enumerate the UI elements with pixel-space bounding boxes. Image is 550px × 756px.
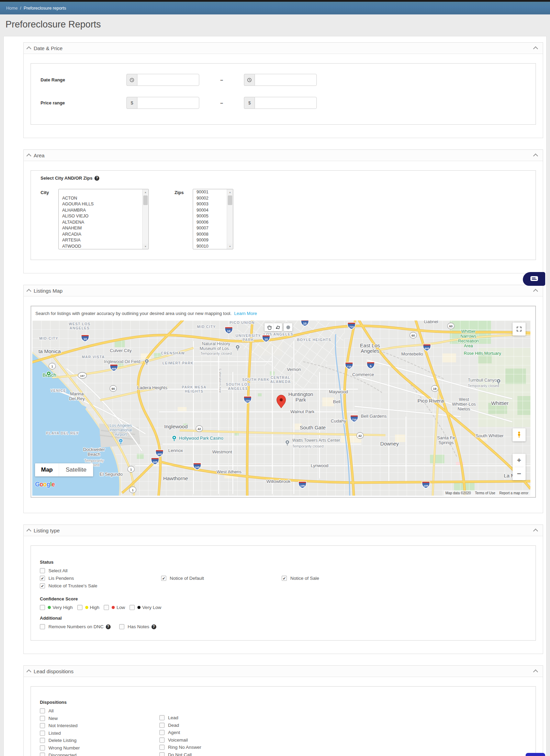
scrollbar-thumb[interactable] [143, 195, 148, 205]
date-from-input[interactable] [137, 74, 199, 86]
checkbox[interactable] [159, 723, 165, 728]
collapse-icon[interactable] [533, 669, 538, 674]
list-option[interactable]: 90001 [193, 189, 227, 195]
collapse-icon[interactable] [26, 289, 31, 294]
checkbox[interactable] [40, 753, 45, 756]
collapse-icon[interactable] [533, 154, 538, 158]
zoom-out-button[interactable]: − [513, 467, 526, 480]
collapse-icon[interactable] [533, 46, 538, 51]
checkbox[interactable] [40, 568, 45, 573]
price-from-input[interactable] [137, 97, 199, 109]
help-icon[interactable]: ? [94, 176, 99, 181]
list-option[interactable]: ALISO VIEJO [59, 213, 143, 219]
checkbox[interactable] [40, 745, 45, 751]
list-option[interactable]: 90010 [193, 244, 227, 249]
checkbox[interactable] [40, 716, 45, 721]
collapse-icon[interactable] [533, 289, 538, 294]
list-option[interactable]: ACTON [59, 195, 143, 202]
checkbox[interactable] [130, 605, 135, 610]
map-label: BOYLE HEIGHTS [297, 338, 331, 342]
checkbox[interactable] [40, 738, 45, 743]
fullscreen-button[interactable] [513, 323, 526, 336]
list-option[interactable]: ANAHEIM [59, 225, 143, 232]
chat-widget-button[interactable] [523, 272, 545, 286]
collapse-icon[interactable] [533, 529, 538, 533]
scrollbar-thumb[interactable] [228, 195, 232, 205]
help-icon[interactable]: ? [106, 624, 111, 629]
scroll-up-icon[interactable]: ▲ [227, 189, 233, 195]
checkbox[interactable] [40, 605, 45, 610]
checkbox[interactable] [104, 605, 109, 610]
map-type-satellite-button[interactable]: Satellite [59, 463, 93, 476]
checkbox[interactable] [40, 708, 45, 713]
scroll-up-icon[interactable]: ▲ [143, 189, 148, 195]
checkbox[interactable]: ✔ [40, 576, 45, 581]
checkbox[interactable] [159, 752, 165, 756]
list-option[interactable]: 90009 [193, 237, 227, 244]
bottom-widget-peek[interactable] [526, 753, 545, 756]
checkbox[interactable] [159, 715, 165, 720]
checkbox[interactable] [40, 731, 45, 736]
checkbox-item: Lead [159, 715, 201, 720]
checkbox[interactable] [40, 624, 45, 629]
list-option[interactable]: ALHAMBRA [59, 207, 143, 214]
panel-area-header[interactable]: Area [24, 150, 543, 161]
list-option[interactable]: 90007 [193, 225, 227, 232]
breadcrumb-home-link[interactable]: Home [6, 6, 18, 11]
city-scrollbar[interactable]: ▲ ▼ [142, 189, 148, 249]
map-label: Gabriel [424, 320, 438, 324]
pegman-button[interactable] [513, 428, 526, 441]
checkbox[interactable] [119, 624, 124, 629]
list-option[interactable]: ALTADENA [59, 219, 143, 226]
list-option[interactable]: ATWOOD [59, 244, 143, 249]
list-option[interactable]: 90006 [193, 219, 227, 226]
map-attribution-item[interactable]: Report a map error [497, 490, 530, 496]
checkbox[interactable] [159, 730, 165, 735]
collapse-icon[interactable] [26, 46, 31, 51]
list-option[interactable]: AGOURA HILLS [59, 201, 143, 207]
learn-more-link[interactable]: Learn More [234, 311, 257, 316]
scroll-down-icon[interactable]: ▼ [143, 244, 148, 249]
checkbox[interactable] [159, 737, 165, 743]
map-label: Ladera Heights [137, 385, 167, 390]
checkbox[interactable] [159, 745, 165, 750]
list-option[interactable]: 90002 [193, 195, 227, 202]
scroll-down-icon[interactable]: ▼ [227, 244, 233, 249]
list-option[interactable]: 90004 [193, 207, 227, 214]
collapse-icon[interactable] [26, 669, 31, 674]
panel-date-price-header[interactable]: Date & Price [24, 43, 543, 54]
list-option[interactable]: 90003 [193, 201, 227, 207]
list-option[interactable] [59, 189, 143, 195]
list-option[interactable]: ARTESIA [59, 237, 143, 244]
date-to-input[interactable] [255, 74, 317, 86]
list-option[interactable]: 90008 [193, 232, 227, 238]
checkbox[interactable]: ✔ [40, 583, 45, 588]
map-type-map-button[interactable]: Map [35, 463, 59, 476]
help-icon[interactable]: ? [151, 624, 156, 629]
google-logo[interactable]: Google [35, 481, 55, 488]
pan-tool-button[interactable] [265, 323, 273, 331]
price-to-input[interactable] [255, 97, 317, 109]
checkbox[interactable] [40, 723, 45, 728]
checkbox[interactable]: ✔ [161, 576, 166, 581]
panel-lead-dispositions-header[interactable]: Lead dispositions [24, 666, 543, 677]
zoom-in-button[interactable]: + [513, 454, 526, 467]
list-option[interactable]: 90005 [193, 213, 227, 219]
checkbox[interactable] [77, 605, 82, 610]
checkbox-item: Select All [40, 568, 161, 573]
collapse-icon[interactable] [26, 529, 31, 533]
checkbox[interactable]: ✔ [282, 576, 287, 581]
panel-listings-map-header[interactable]: Listings Map [24, 285, 543, 296]
polygon-tool-button[interactable] [273, 323, 282, 331]
zips-scrollbar[interactable]: ▲ ▼ [227, 189, 233, 249]
google-map[interactable]: WEST LOSANGELESMID CITYMID-CITYPICO UNIO… [32, 320, 530, 496]
circle-tool-button[interactable] [284, 323, 292, 331]
map-label: Turnbull Canyon [468, 378, 499, 383]
panel-listing-type-header[interactable]: Listing type [24, 525, 543, 536]
map-attribution-item[interactable]: Terms of Use [473, 490, 497, 496]
list-option[interactable]: ARCADIA [59, 232, 143, 238]
map-label: Willowbrook [267, 479, 291, 484]
zips-listbox[interactable]: 9000190002900039000490005900069000790008… [193, 189, 233, 249]
collapse-icon[interactable] [26, 154, 31, 158]
city-listbox[interactable]: ACTONAGOURA HILLSALHAMBRAALISO VIEJOALTA… [58, 189, 149, 249]
